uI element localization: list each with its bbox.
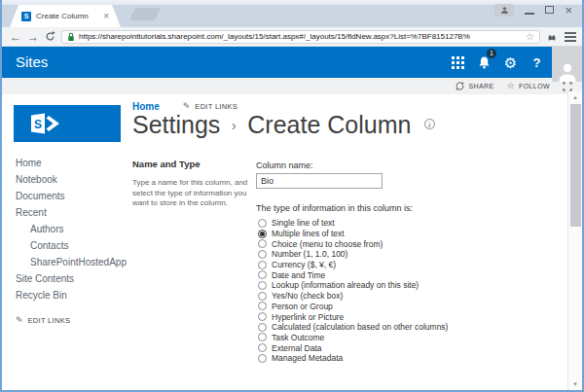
svg-text:S: S	[34, 118, 42, 131]
sidebar-item[interactable]: Contacts	[16, 237, 127, 254]
radio-label[interactable]: Yes/No (check box)	[272, 291, 343, 301]
sidebar-item[interactable]: Home	[16, 155, 127, 171]
radio-label[interactable]: Currency ($, ¥, €)	[272, 260, 336, 269]
help-icon: ?	[533, 55, 541, 70]
forward-icon[interactable]: →	[27, 31, 39, 43]
radio-label[interactable]: External Data	[272, 343, 322, 353]
scroll-down-icon[interactable]: ▼	[568, 381, 582, 387]
sharepoint-logo-icon: S	[27, 113, 72, 134]
share-button[interactable]: SHARE	[456, 82, 493, 90]
sharepoint-logo[interactable]: S	[14, 105, 121, 142]
sidebar-item[interactable]: Recent	[16, 204, 127, 221]
radio-label[interactable]: Lookup (information already on this site…	[272, 280, 419, 290]
radio-button[interactable]	[258, 302, 267, 310]
sidebar-item[interactable]: Site Contents	[16, 270, 127, 287]
column-type-option[interactable]: External Data	[258, 342, 558, 353]
radio-label[interactable]: Number (1, 1.0, 100)	[272, 249, 347, 259]
new-tab-button[interactable]	[129, 8, 161, 20]
radio-label[interactable]: Single line of text	[272, 218, 335, 228]
radio-button[interactable]	[258, 219, 267, 228]
close-button[interactable]: ×	[565, 4, 572, 17]
column-type-option[interactable]: Number (1, 1.0, 100)	[258, 249, 558, 260]
radio-label[interactable]: Managed Metadata	[272, 353, 343, 363]
radio-button[interactable]	[258, 281, 267, 290]
minimize-button[interactable]	[525, 5, 534, 15]
radio-button[interactable]	[258, 270, 267, 279]
bookmark-star-icon[interactable]: ☆	[526, 32, 534, 42]
column-type-option[interactable]: Hyperlink or Picture	[258, 311, 558, 322]
titlebar: S Create Column × ×	[2, 0, 582, 27]
radio-button[interactable]	[258, 343, 267, 352]
column-type-option[interactable]: Yes/No (check box)	[258, 291, 558, 302]
sidebar-item[interactable]: SharePointHostedApp	[16, 254, 127, 270]
sidebar-item[interactable]: Authors	[16, 221, 127, 237]
radio-button[interactable]	[258, 292, 267, 301]
column-type-option[interactable]: Date and Time	[258, 269, 558, 280]
column-type-option[interactable]: Choice (menu to choose from)	[258, 238, 558, 249]
back-icon[interactable]: ←	[10, 31, 21, 43]
title-settings[interactable]: Settings	[132, 111, 220, 138]
help-button[interactable]: ?	[524, 47, 550, 78]
column-type-option[interactable]: Single line of text	[258, 218, 558, 229]
radio-button[interactable]	[258, 354, 267, 363]
sidebar-edit-links[interactable]: ✎ EDIT LINKS	[16, 316, 70, 325]
column-type-option[interactable]: Person or Group	[258, 302, 558, 312]
browser-profile-button[interactable]	[494, 4, 514, 17]
url-bar: ← → https://sharepointtutorials.sharepoi…	[2, 27, 582, 47]
refresh-icon[interactable]	[45, 31, 55, 42]
radio-label[interactable]: Choice (menu to choose from)	[272, 239, 383, 249]
radio-label[interactable]: Multiple lines of text	[272, 229, 345, 238]
follow-button[interactable]: ☆ FOLLOW	[507, 82, 550, 90]
radio-button[interactable]	[258, 239, 267, 248]
radio-label[interactable]: Date and Time	[272, 270, 325, 280]
sidebar-item[interactable]: Documents	[16, 188, 127, 204]
focus-mode-icon[interactable]	[563, 82, 572, 91]
person-icon	[500, 6, 509, 15]
extension-icon[interactable]	[546, 31, 558, 43]
radio-label[interactable]: Person or Group	[272, 302, 333, 311]
follow-star-icon: ☆	[507, 82, 515, 90]
browser-tab[interactable]: S Create Column ×	[10, 5, 121, 27]
column-name-label: Column name:	[256, 160, 558, 170]
radio-button[interactable]	[258, 250, 267, 259]
scrollbar-thumb[interactable]	[570, 104, 581, 227]
column-type-option[interactable]: Task Outcome	[258, 333, 558, 343]
page-scrollbar[interactable]: ▲ ▼	[567, 91, 582, 390]
maximize-button[interactable]	[545, 6, 554, 14]
share-label: SHARE	[468, 83, 493, 89]
sidebar-item[interactable]: Recycle Bin	[16, 287, 127, 303]
column-name-input[interactable]	[256, 173, 383, 189]
column-type-option[interactable]: Calculated (calculation based on other c…	[258, 322, 558, 333]
suite-bar: Sites 1 ⚙ ?	[2, 47, 582, 78]
suite-bar-title[interactable]: Sites	[16, 47, 48, 78]
info-icon[interactable]: i	[424, 119, 435, 129]
notifications-button[interactable]: 1	[471, 47, 497, 78]
settings-button[interactable]: ⚙	[497, 47, 524, 78]
sidebar-item[interactable]: Notebook	[16, 171, 127, 188]
radio-label[interactable]: Hyperlink or Picture	[272, 312, 344, 322]
column-type-option[interactable]: Managed Metadata	[258, 353, 558, 364]
column-type-option[interactable]: Currency ($, ¥, €)	[258, 260, 558, 270]
radio-button[interactable]	[258, 312, 267, 321]
radio-button[interactable]	[258, 333, 267, 341]
pencil-icon: ✎	[183, 102, 191, 111]
app-launcher-grid-icon	[452, 56, 464, 69]
app-launcher-button[interactable]	[445, 47, 471, 78]
address-input[interactable]: https://sharepointtutorials.sharepoint.c…	[61, 30, 540, 44]
scroll-up-icon[interactable]: ▲	[568, 94, 582, 100]
browser-menu-icon[interactable]	[564, 30, 576, 44]
radio-button[interactable]	[258, 230, 267, 238]
radio-label[interactable]: Calculated (calculation based on other c…	[272, 322, 448, 332]
column-type-option[interactable]: Multiple lines of text	[258, 229, 558, 239]
user-avatar[interactable]	[552, 47, 582, 82]
radio-label[interactable]: Task Outcome	[272, 333, 324, 342]
form-fields: Column name: The type of information in …	[256, 160, 558, 364]
radio-button[interactable]	[258, 323, 267, 332]
breadcrumb-edit-links[interactable]: ✎ EDIT LINKS	[183, 102, 237, 111]
main-panel: Home ✎ EDIT LINKS Settings › Create Colu…	[132, 94, 567, 390]
browser-window: S Create Column × × ← →	[0, 0, 584, 392]
page-title: Settings › Create Column i	[132, 111, 435, 139]
column-type-option[interactable]: Lookup (information already on this site…	[258, 280, 558, 291]
radio-button[interactable]	[258, 261, 267, 269]
tab-close-icon[interactable]: ×	[103, 12, 109, 21]
